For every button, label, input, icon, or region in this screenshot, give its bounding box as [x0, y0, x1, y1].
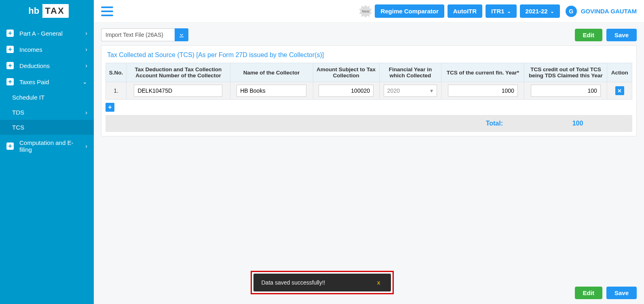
sidebar-item-label: Computation and E-filing — [19, 139, 85, 153]
logo: hb TAX — [0, 0, 94, 25]
toast-message: Data saved successfully!! — [262, 279, 375, 286]
plus-icon: + — [6, 78, 14, 85]
col-fy: Financial Year in which Collected — [379, 63, 441, 82]
col-tan: Tax Deduction and Tax Collection Account… — [127, 63, 230, 82]
delete-row-button[interactable]: ✕ — [615, 86, 624, 95]
sidebar-item-computation-efiling[interactable]: + Computation and E-filing › — [0, 135, 94, 157]
button-label: Regime Comparator — [380, 8, 438, 15]
chevron-right-icon: › — [85, 62, 87, 69]
total-row: Total: 100 — [106, 115, 632, 132]
chevron-down-icon: ⌄ — [507, 9, 511, 14]
sidebar-item-label: Deductions — [19, 62, 85, 69]
col-amount: Amount Subject to Tax Collection — [313, 63, 379, 82]
avatar-letter: G — [569, 8, 573, 15]
chevron-right-icon: › — [85, 109, 87, 116]
footer-buttons: Edit Save — [575, 287, 637, 299]
sidebar-sub-label: TDS — [12, 109, 24, 116]
fy-select[interactable]: 2020 — [384, 85, 437, 97]
button-label: ITR1 — [491, 8, 505, 15]
col-sno: S.No. — [106, 63, 127, 82]
chevron-down-icon: ⌄ — [82, 79, 87, 85]
toast-close-button[interactable]: x — [375, 279, 383, 286]
logo-tax: TAX — [42, 4, 68, 18]
total-value: 100 — [551, 120, 604, 127]
panel-title: Tax Collected at Source (TCS) [As per Fo… — [106, 51, 632, 59]
itr-type-dropdown[interactable]: ITR1 ⌄ — [486, 4, 517, 18]
save-button-footer[interactable]: Save — [606, 287, 637, 299]
hamburger-icon[interactable] — [101, 6, 113, 16]
sidebar-item-label: Incomes — [19, 46, 85, 53]
col-action: Action — [607, 63, 632, 82]
collector-name-input[interactable] — [236, 85, 306, 97]
auto-itr-button[interactable]: AutoITR — [448, 4, 482, 18]
chevron-right-icon: › — [85, 143, 87, 149]
sidebar-sub-label: TCS — [12, 124, 24, 131]
button-label: 2021-22 — [526, 8, 548, 15]
save-button[interactable]: Save — [606, 29, 637, 41]
sidebar: hb TAX + Part A - General › + Incomes › … — [0, 0, 94, 304]
cell-sno: 1. — [106, 82, 127, 100]
col-tcscurr: TCS of the current fin. Year* — [441, 63, 524, 82]
avatar[interactable]: G — [566, 6, 577, 17]
tcs-table: S.No. Tax Deduction and Tax Collection A… — [106, 63, 632, 100]
toast-highlight: Data saved successfully!! x — [251, 271, 394, 294]
new-badge: New — [359, 4, 372, 18]
table-row: 1. 2020 ✕ — [106, 82, 632, 100]
import-select[interactable]: Import Text File (26AS) — [101, 28, 175, 41]
year-dropdown[interactable]: 2021-22 ⌄ — [520, 4, 560, 18]
plus-icon: + — [6, 46, 14, 53]
sidebar-item-incomes[interactable]: + Incomes › — [0, 41, 94, 57]
username[interactable]: GOVINDA GAUTAM — [581, 8, 637, 15]
sidebar-item-label: Part A - General — [19, 30, 85, 37]
sidebar-item-label: Taxes Paid — [19, 79, 82, 85]
action-toolbar: Import Text File (26AS) Edit Save — [94, 23, 644, 45]
plus-icon: + — [6, 62, 14, 69]
sidebar-item-deductions[interactable]: + Deductions › — [0, 57, 94, 74]
tcs-current-input[interactable] — [448, 85, 518, 97]
tcs-panel: Tax Collected at Source (TCS) [As per Fo… — [101, 45, 637, 136]
col-name: Name of the Collector — [230, 63, 313, 82]
sidebar-item-part-a-general[interactable]: + Part A - General › — [0, 25, 94, 41]
total-label: Total: — [486, 120, 503, 127]
sidebar-sub-schedule-it[interactable]: Schedule IT — [0, 90, 94, 105]
toast: Data saved successfully!! x — [253, 274, 391, 291]
chevron-right-icon: › — [85, 46, 87, 53]
edit-button[interactable]: Edit — [575, 29, 602, 41]
add-row-button[interactable]: + — [106, 103, 114, 112]
main: New Regime Comparator AutoITR ITR1 ⌄ 202… — [94, 0, 644, 304]
import-download-button[interactable] — [175, 28, 188, 41]
sidebar-item-taxes-paid[interactable]: + Taxes Paid ⌄ — [0, 74, 94, 90]
edit-button-footer[interactable]: Edit — [575, 287, 602, 299]
plus-icon: + — [6, 142, 14, 150]
sidebar-sub-tds[interactable]: TDS › — [0, 105, 94, 120]
plus-icon: + — [6, 30, 14, 37]
chevron-right-icon: › — [85, 30, 87, 36]
topbar: New Regime Comparator AutoITR ITR1 ⌄ 202… — [94, 0, 644, 23]
chevron-down-icon: ⌄ — [550, 9, 554, 14]
logo-hb: hb — [25, 4, 42, 18]
regime-comparator-button[interactable]: Regime Comparator — [375, 4, 444, 18]
col-credit: TCS credit out of Total TCS being TDS Cl… — [524, 63, 607, 82]
download-icon — [178, 31, 185, 38]
sidebar-sub-tcs[interactable]: TCS — [0, 120, 94, 135]
tan-input[interactable] — [134, 85, 222, 97]
amount-input[interactable] — [319, 85, 374, 97]
import-control: Import Text File (26AS) — [101, 28, 188, 41]
tcs-credit-input[interactable] — [531, 85, 601, 97]
button-label: AutoITR — [453, 8, 477, 15]
sidebar-sub-label: Schedule IT — [12, 94, 44, 101]
new-badge-text: New — [362, 9, 370, 13]
